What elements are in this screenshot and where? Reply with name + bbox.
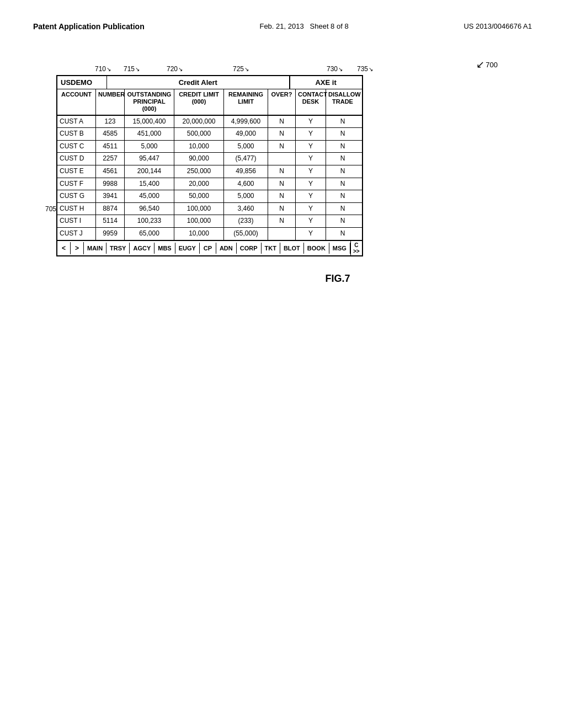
table-cell: 3941 xyxy=(96,190,125,202)
table-cell: N xyxy=(268,141,296,153)
table-cell: 90,000 xyxy=(174,153,224,165)
col-header-contact: CONTACT DESK xyxy=(296,89,326,115)
table-cell: N xyxy=(268,165,296,178)
ref-735-label: 735 ↘ xyxy=(357,65,373,73)
table-cell: 4,600 xyxy=(224,178,268,190)
ref-705: 705 xyxy=(45,205,56,213)
ref-725-label: 725 ↘ xyxy=(233,65,249,73)
table-cell: 10,000 xyxy=(174,228,224,240)
table-cell: Y xyxy=(296,116,326,128)
table-cell: N xyxy=(268,203,296,215)
section-header-row: USDEMO Credit Alert AXE it xyxy=(57,76,362,89)
table-cell: CUST I xyxy=(57,215,96,227)
table-cell: 10,000 xyxy=(174,141,224,153)
header-title: Patent Application Publication xyxy=(33,22,145,31)
eugy-button[interactable]: EUGY xyxy=(175,243,200,254)
table-cell: 4511 xyxy=(96,141,125,153)
corp-button[interactable]: CORP xyxy=(237,243,262,254)
col-header-over: OVER? xyxy=(268,89,296,115)
table-cell: 49,000 xyxy=(224,128,268,140)
ref-730-label: 730 ↘ xyxy=(327,65,343,73)
table-cell: 4561 xyxy=(96,165,125,178)
data-rows: CUST A12315,000,40020,000,0004,999,600NY… xyxy=(57,116,362,240)
table-cell: (233) xyxy=(224,215,268,227)
table-cell: Y xyxy=(296,178,326,190)
agcy-button[interactable]: AGCY xyxy=(130,243,154,254)
table-cell xyxy=(268,153,296,165)
table-cell: 100,000 xyxy=(174,203,224,215)
c-button[interactable]: C xyxy=(354,242,358,248)
adn-button[interactable]: ADN xyxy=(216,243,237,254)
table-cell: N xyxy=(326,203,359,215)
table-cell: N xyxy=(268,215,296,227)
figure-label: FIG.7 xyxy=(167,273,509,285)
table-cell: N xyxy=(326,178,359,190)
table-cell: 15,000,400 xyxy=(125,116,174,128)
table-cell: N xyxy=(326,165,359,178)
table-row: CUST J995965,00010,000(55,000)YN xyxy=(57,228,362,240)
table-cell: 5,000 xyxy=(224,190,268,202)
mbs-button[interactable]: MBS xyxy=(154,243,175,254)
table-cell: Y xyxy=(296,165,326,178)
table-cell: 8874 xyxy=(96,203,125,215)
col-header-number: NUMBER xyxy=(96,89,125,115)
nav-left-button[interactable]: < xyxy=(57,242,71,254)
table-cell: N xyxy=(326,116,359,128)
table-cell: CUST H xyxy=(57,203,96,215)
table-row: CUST F998815,40020,0004,600NYN xyxy=(57,178,362,191)
table-cell: 100,000 xyxy=(174,215,224,227)
table-cell: (55,000) xyxy=(224,228,268,240)
table-cell: 250,000 xyxy=(174,165,224,178)
col-header-credit-limit: CREDIT LIMIT (000) xyxy=(174,89,224,115)
blot-button[interactable]: BLOT xyxy=(280,243,304,254)
table-cell: 15,400 xyxy=(125,178,174,190)
table-cell: 49,856 xyxy=(224,165,268,178)
table-cell: N xyxy=(326,128,359,140)
trsy-button[interactable]: TRSY xyxy=(106,243,130,254)
col-header-remaining: REMAINING LIMIT xyxy=(224,89,268,115)
book-button[interactable]: BOOK xyxy=(304,243,329,254)
table-cell: CUST E xyxy=(57,165,96,178)
table-cell: 123 xyxy=(96,116,125,128)
table-cell: 2257 xyxy=(96,153,125,165)
table-cell: CUST C xyxy=(57,141,96,153)
table-cell: Y xyxy=(296,141,326,153)
table-cell xyxy=(268,228,296,240)
table-cell: 5,000 xyxy=(125,141,174,153)
tkt-button[interactable]: TKT xyxy=(262,243,280,254)
column-headers: ACCOUNT NUMBER OUTSTANDING PRINCIPAL (00… xyxy=(57,89,362,116)
col-header-outstanding: OUTSTANDING PRINCIPAL (000) xyxy=(125,89,174,115)
double-right-button[interactable]: >> xyxy=(353,248,360,254)
table-row: CUST H887496,540100,0003,460NYN xyxy=(57,203,362,216)
table-cell: 65,000 xyxy=(125,228,174,240)
table-cell: 9988 xyxy=(96,178,125,190)
main-button[interactable]: MAIN xyxy=(84,243,106,254)
table-cell: CUST B xyxy=(57,128,96,140)
table-cell: 200,144 xyxy=(125,165,174,178)
table-cell: 96,540 xyxy=(125,203,174,215)
table-cell: 45,000 xyxy=(125,190,174,202)
nav-right-button[interactable]: > xyxy=(71,242,84,254)
table-cell: Y xyxy=(296,228,326,240)
table-row: CUST A12315,000,40020,000,0004,999,600NY… xyxy=(57,116,362,129)
section-axe: AXE it xyxy=(290,76,362,89)
table-row: CUST D225795,44790,000(5,477)YN xyxy=(57,153,362,165)
cp-button[interactable]: CP xyxy=(200,243,216,254)
credit-alert-table: USDEMO Credit Alert AXE it ACCOUNT NUMBE… xyxy=(56,75,363,256)
table-row: CUST G394145,00050,0005,000NYN xyxy=(57,190,362,203)
ref-715-label: 715 ↘ xyxy=(124,65,140,73)
table-cell: N xyxy=(326,141,359,153)
table-cell: N xyxy=(326,228,359,240)
table-cell: 3,460 xyxy=(224,203,268,215)
table-cell: Y xyxy=(296,203,326,215)
main-content: ↙ 700 705 710 ↘ 715 ↘ xyxy=(0,42,565,296)
table-cell: 20,000,000 xyxy=(174,116,224,128)
table-cell: Y xyxy=(296,128,326,140)
table-cell: 451,000 xyxy=(125,128,174,140)
col-header-disallow: DISALLOW TRADE xyxy=(326,89,359,115)
ref-700: ↙ 700 xyxy=(476,58,498,71)
table-cell: N xyxy=(326,153,359,165)
header-publication: US 2013/0046676 A1 xyxy=(463,22,532,30)
table-cell: (5,477) xyxy=(224,153,268,165)
msg-button[interactable]: MSG xyxy=(329,243,350,254)
